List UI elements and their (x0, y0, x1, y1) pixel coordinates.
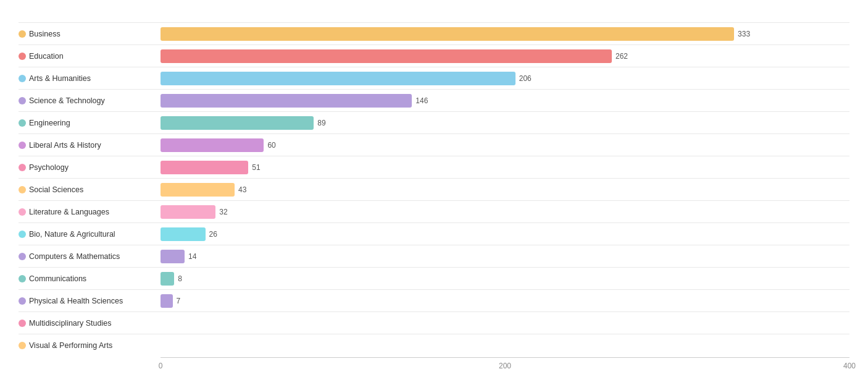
bar-label: Physical & Health Sciences (19, 297, 161, 305)
bar-value-label: 7 (177, 297, 181, 305)
bar-label-text: Bio, Nature & Agricultural (29, 230, 115, 239)
bar-label-text: Physical & Health Sciences (29, 297, 123, 305)
x-tick-label: 400 (843, 362, 856, 370)
bar-track (161, 339, 849, 352)
bar-label-text: Computers & Mathematics (29, 252, 120, 261)
bar-label-text: Social Sciences (29, 185, 83, 194)
bar-fill (161, 72, 515, 85)
bar-label: Multidisciplinary Studies (19, 319, 161, 328)
bar-value-label: 14 (188, 252, 196, 261)
bar-row: Education262 (19, 45, 849, 67)
bar-track: 51 (161, 161, 849, 174)
bar-dot-icon (19, 97, 26, 104)
bar-dot-icon (19, 342, 26, 349)
bar-label: Communications (19, 274, 161, 283)
bar-label: Social Sciences (19, 185, 161, 194)
bar-label: Engineering (19, 119, 161, 127)
bar-label-text: Visual & Performing Arts (29, 341, 112, 350)
bar-track: 60 (161, 138, 849, 152)
bar-label-text: Literature & Languages (29, 208, 109, 216)
bar-dot-icon (19, 119, 26, 127)
bar-row: Physical & Health Sciences7 (19, 289, 849, 312)
bar-track: 333 (161, 27, 849, 41)
bar-label: Bio, Nature & Agricultural (19, 230, 161, 239)
bar-label-text: Psychology (29, 163, 69, 172)
bar-row: Multidisciplinary Studies (19, 312, 849, 334)
bar-dot-icon (19, 164, 26, 171)
bar-track: 7 (161, 294, 849, 308)
bar-value-label: 32 (219, 208, 227, 216)
bar-dot-icon (19, 186, 26, 193)
bar-fill (161, 272, 174, 286)
bar-label-text: Multidisciplinary Studies (29, 319, 111, 328)
bar-dot-icon (19, 142, 26, 149)
bar-row: Psychology51 (19, 156, 849, 178)
bar-row: Science & Technology146 (19, 89, 849, 111)
bar-label-text: Science & Technology (29, 96, 105, 105)
bar-label: Visual & Performing Arts (19, 341, 161, 350)
bar-track (161, 316, 849, 330)
bar-label: Education (19, 52, 161, 61)
bar-row: Computers & Mathematics14 (19, 245, 849, 267)
bar-track: 89 (161, 116, 849, 130)
bar-value-label: 60 (267, 141, 275, 150)
bar-row: Business333 (19, 22, 849, 45)
bar-track: 8 (161, 272, 849, 286)
x-tick-label: 0 (159, 362, 163, 370)
bar-fill (161, 250, 185, 263)
bar-value-label: 262 (616, 52, 628, 61)
chart-area: Business333Education262Arts & Humanities… (19, 22, 849, 356)
bar-track: 262 (161, 49, 849, 63)
bar-value-label: 26 (209, 230, 217, 239)
bar-fill (161, 294, 173, 308)
bar-fill (161, 227, 206, 241)
bar-row: Arts & Humanities206 (19, 67, 849, 89)
bar-track: 14 (161, 250, 849, 263)
bar-dot-icon (19, 231, 26, 238)
bar-dot-icon (19, 320, 26, 327)
bar-value-label: 333 (738, 30, 750, 38)
bar-label-text: Liberal Arts & History (29, 141, 101, 150)
bar-dot-icon (19, 75, 26, 82)
bar-fill (161, 205, 215, 219)
bar-label-text: Engineering (29, 119, 70, 127)
bar-label: Computers & Mathematics (19, 252, 161, 261)
bar-value-label: 43 (238, 185, 246, 194)
bar-value-label: 8 (178, 274, 182, 283)
bar-label-text: Arts & Humanities (29, 74, 91, 83)
bar-dot-icon (19, 53, 26, 60)
bar-dot-icon (19, 253, 26, 260)
bar-fill (161, 138, 264, 152)
bar-dot-icon (19, 275, 26, 282)
bar-label-text: Business (29, 30, 61, 38)
bar-track: 26 (161, 227, 849, 241)
bar-dot-icon (19, 297, 26, 305)
bar-dot-icon (19, 208, 26, 216)
bar-track: 146 (161, 94, 849, 108)
bar-label: Psychology (19, 163, 161, 172)
bar-track: 206 (161, 72, 849, 85)
bar-fill (161, 183, 235, 197)
x-tick-label: 200 (499, 362, 511, 370)
bar-label: Business (19, 30, 161, 38)
bar-value-label: 51 (252, 163, 260, 172)
bar-row: Social Sciences43 (19, 178, 849, 200)
bar-value-label: 89 (317, 119, 325, 127)
bar-fill (161, 94, 412, 108)
bar-value-label: 206 (519, 74, 532, 83)
bar-dot-icon (19, 30, 26, 38)
bar-label: Science & Technology (19, 96, 161, 105)
x-axis-line (161, 357, 849, 358)
x-axis: 0200400 (161, 362, 849, 374)
bar-track: 32 (161, 205, 849, 219)
bar-label-text: Education (29, 52, 64, 61)
bar-row: Literature & Languages32 (19, 200, 849, 223)
bar-label: Literature & Languages (19, 208, 161, 216)
bar-value-label: 146 (415, 96, 428, 105)
bar-label-text: Communications (29, 274, 86, 283)
bar-row: Engineering89 (19, 111, 849, 134)
bar-label: Liberal Arts & History (19, 141, 161, 150)
bar-fill (161, 116, 314, 130)
bar-label: Arts & Humanities (19, 74, 161, 83)
bar-row: Communications8 (19, 267, 849, 289)
